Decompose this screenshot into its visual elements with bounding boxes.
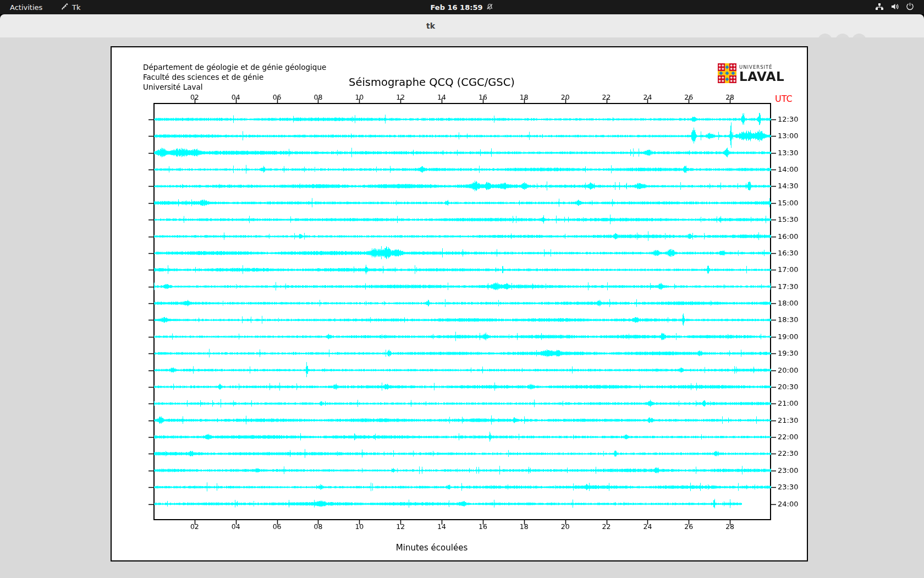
- row-time-label: 16:00: [778, 232, 798, 241]
- row-time-label: 17:30: [778, 282, 798, 291]
- clock-label: Feb 16 18:59: [431, 3, 483, 12]
- row-time-label: 18:30: [778, 315, 798, 324]
- row-time-label: 15:00: [778, 199, 798, 208]
- x-tick-label-top: 02: [190, 93, 199, 101]
- x-tick-label-top: 04: [232, 93, 240, 101]
- power-icon: [906, 2, 914, 12]
- x-tick-label-top: 16: [479, 93, 487, 101]
- utc-axis-label: UTC: [775, 94, 793, 104]
- window-title: tk: [426, 14, 435, 37]
- row-time-label: 23:00: [778, 466, 798, 475]
- x-tick-label-bottom: 18: [520, 522, 529, 531]
- row-time-label: 19:00: [778, 332, 798, 341]
- row-time-label: 14:30: [778, 182, 798, 190]
- row-time-label: 21:30: [778, 416, 798, 425]
- x-tick-label-bottom: 10: [355, 522, 364, 531]
- row-time-label: 20:00: [778, 366, 798, 375]
- focused-app-menu[interactable]: Tk: [55, 0, 86, 14]
- notifications-disabled-icon: [486, 3, 494, 12]
- row-time-label: 18:00: [778, 299, 798, 308]
- institution-line-2: Faculté des sciences et de génie: [143, 72, 326, 82]
- row-time-label: 20:30: [778, 383, 798, 391]
- row-time-label: 13:00: [778, 132, 798, 140]
- universite-laval-logo: UNIVERSITÉ LAVAL: [718, 63, 784, 85]
- x-tick-label-top: 12: [396, 93, 405, 101]
- row-time-label: 16:30: [778, 249, 798, 258]
- seismogram-plot: [112, 47, 807, 560]
- x-tick-label-top: 24: [643, 93, 652, 101]
- row-time-label: 15:30: [778, 215, 798, 224]
- x-tick-label-top: 06: [273, 93, 282, 101]
- x-tick-label-bottom: 14: [437, 522, 446, 531]
- x-tick-label-bottom: 24: [643, 522, 652, 531]
- x-tick-label-top: 08: [314, 93, 323, 101]
- x-tick-label-top: 10: [355, 93, 364, 101]
- x-tick-label-bottom: 04: [232, 522, 240, 531]
- x-tick-label-bottom: 08: [314, 522, 323, 531]
- x-tick-label-bottom: 16: [479, 522, 487, 531]
- institution-header: Département de géologie et de génie géol…: [143, 62, 326, 92]
- x-tick-label-top: 28: [725, 93, 734, 101]
- x-tick-label-top: 20: [561, 93, 570, 101]
- x-axis-label: Minutes écoulées: [396, 543, 468, 553]
- laval-logo-text: UNIVERSITÉ LAVAL: [739, 63, 784, 85]
- row-time-label: 22:30: [778, 449, 798, 458]
- row-time-label: 24:00: [778, 500, 798, 509]
- activities-label: Activities: [10, 3, 42, 12]
- row-time-label: 19:30: [778, 349, 798, 358]
- network-icon: [875, 2, 884, 13]
- x-tick-label-top: 18: [520, 93, 529, 101]
- window-content: Département de géologie et de génie géol…: [0, 37, 924, 578]
- x-tick-label-bottom: 28: [725, 522, 734, 531]
- row-time-label: 14:00: [778, 165, 798, 174]
- system-status-area[interactable]: [871, 0, 919, 14]
- desktop: Activities Tk Feb 16 18:59: [0, 0, 924, 578]
- x-tick-label-top: 22: [602, 93, 611, 101]
- x-tick-label-bottom: 06: [273, 522, 282, 531]
- activities-button[interactable]: Activities: [4, 0, 48, 14]
- laval-crest-icon: [718, 63, 736, 85]
- logo-laval-label: LAVAL: [739, 70, 784, 83]
- x-tick-label-bottom: 26: [684, 522, 693, 531]
- window-titlebar[interactable]: tk: [0, 14, 924, 38]
- row-time-label: 21:00: [778, 399, 798, 408]
- x-tick-label-top: 14: [437, 93, 446, 101]
- x-tick-label-bottom: 12: [396, 522, 405, 531]
- row-time-label: 17:00: [778, 265, 798, 274]
- row-time-label: 23:30: [778, 483, 798, 492]
- x-tick-label-bottom: 02: [190, 522, 199, 531]
- gnome-top-bar: Activities Tk Feb 16 18:59: [0, 0, 924, 14]
- tk-feather-icon: [61, 2, 69, 12]
- seismograph-canvas: Département de géologie et de génie géol…: [111, 46, 808, 561]
- institution-line-3: Université Laval: [143, 82, 326, 92]
- plot-title: Séismographe QCQ (CGC/GSC): [349, 76, 515, 89]
- clock-menu[interactable]: Feb 16 18:59: [425, 0, 499, 14]
- institution-line-1: Département de géologie et de génie géol…: [143, 62, 326, 72]
- x-tick-label-bottom: 20: [561, 522, 570, 531]
- row-time-label: 12:30: [778, 115, 798, 124]
- row-time-label: 13:30: [778, 149, 798, 157]
- x-tick-label-top: 26: [684, 93, 693, 101]
- row-time-label: 22:00: [778, 433, 798, 441]
- volume-icon: [890, 2, 899, 13]
- app-name-label: Tk: [72, 3, 80, 12]
- x-tick-label-bottom: 22: [602, 522, 611, 531]
